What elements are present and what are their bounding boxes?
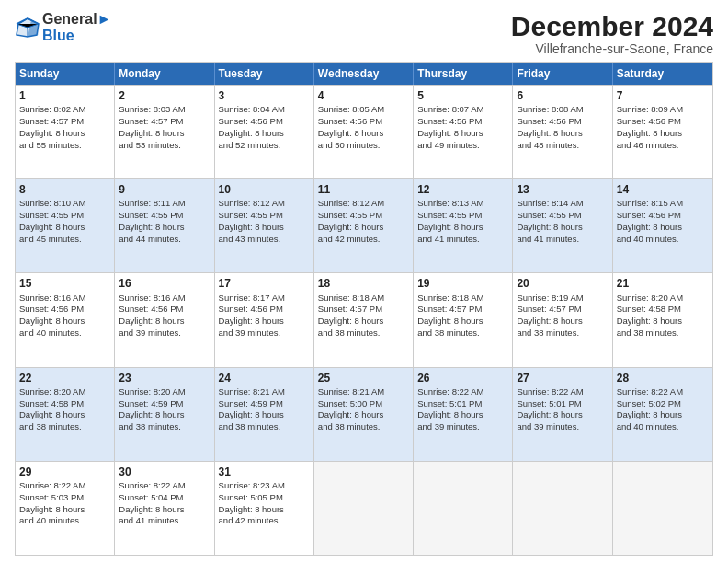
day-info-line: and 38 minutes. (119, 421, 210, 433)
day-info-line: Sunset: 4:57 PM (318, 304, 409, 316)
weekday-friday: Friday (513, 63, 612, 85)
weekday-wednesday: Wednesday (314, 63, 414, 85)
day-info-line: and 39 minutes. (417, 421, 508, 433)
day-info-line: Daylight: 8 hours (119, 128, 210, 140)
day-info-line: Sunrise: 8:12 AM (219, 198, 310, 210)
day-info-line: Daylight: 8 hours (19, 409, 110, 421)
calendar-cell: 17Sunrise: 8:17 AMSunset: 4:56 PMDayligh… (215, 273, 314, 366)
day-info-line: and 38 minutes. (517, 327, 608, 339)
day-info-line: Daylight: 8 hours (219, 128, 310, 140)
day-info-line: Sunset: 4:56 PM (19, 304, 110, 316)
day-info-line: Sunset: 4:56 PM (219, 116, 310, 128)
day-info-line: and 39 minutes. (119, 327, 210, 339)
day-info-line: and 38 minutes. (318, 327, 409, 339)
day-info-line: Daylight: 8 hours (617, 222, 709, 234)
day-info-line: Sunrise: 8:13 AM (417, 198, 508, 210)
day-info-line: and 38 minutes. (19, 421, 110, 433)
calendar-cell: 26Sunrise: 8:22 AMSunset: 5:01 PMDayligh… (414, 368, 513, 461)
calendar-row: 8Sunrise: 8:10 AMSunset: 4:55 PMDaylight… (16, 178, 712, 272)
day-info-line: Sunrise: 8:18 AM (318, 293, 409, 304)
calendar-cell: 21Sunrise: 8:20 AMSunset: 4:58 PMDayligh… (613, 273, 712, 366)
day-number: 13 (517, 182, 608, 197)
day-info-line: Sunset: 4:55 PM (517, 210, 608, 222)
day-info-line: Sunrise: 8:10 AM (19, 198, 110, 210)
day-info-line: and 48 minutes. (517, 140, 608, 152)
day-info-line: Sunrise: 8:22 AM (617, 386, 709, 398)
day-info-line: and 50 minutes. (318, 140, 409, 152)
day-info-line: Sunset: 4:56 PM (617, 210, 709, 222)
weekday-tuesday: Tuesday (215, 63, 314, 85)
day-info-line: and 40 minutes. (617, 421, 709, 433)
calendar-cell: 1Sunrise: 8:02 AMSunset: 4:57 PMDaylight… (16, 86, 115, 178)
day-info-line: Daylight: 8 hours (119, 222, 210, 234)
calendar-cell: 12Sunrise: 8:13 AMSunset: 4:55 PMDayligh… (414, 179, 513, 272)
calendar-cell: 20Sunrise: 8:19 AMSunset: 4:57 PMDayligh… (513, 273, 612, 366)
calendar-cell: 24Sunrise: 8:21 AMSunset: 4:59 PMDayligh… (215, 368, 314, 461)
day-info-line: Sunset: 4:56 PM (219, 304, 310, 316)
day-info-line: Sunrise: 8:07 AM (417, 104, 508, 116)
day-info-line: Sunrise: 8:14 AM (517, 198, 608, 210)
day-info-line: and 46 minutes. (617, 140, 709, 152)
day-info-line: and 38 minutes. (219, 421, 310, 433)
day-info-line: Sunset: 4:58 PM (19, 398, 110, 410)
day-info-line: and 55 minutes. (19, 140, 110, 152)
day-info-line: Sunset: 4:56 PM (417, 116, 508, 128)
calendar-row: 1Sunrise: 8:02 AMSunset: 4:57 PMDaylight… (16, 85, 712, 178)
day-info-line: Sunrise: 8:20 AM (617, 293, 709, 304)
title-block: December 2024 Villefranche-sur-Saone, Fr… (511, 11, 713, 56)
day-info-line: and 49 minutes. (417, 140, 508, 152)
day-number: 10 (219, 182, 310, 197)
day-info-line: Daylight: 8 hours (219, 504, 310, 516)
day-info-line: Sunset: 4:57 PM (119, 116, 210, 128)
day-number: 29 (19, 465, 110, 479)
weekday-monday: Monday (115, 63, 214, 85)
day-number: 16 (119, 276, 210, 291)
day-info-line: and 45 minutes. (19, 234, 110, 246)
logo-line1: General► (42, 11, 111, 28)
day-info-line: and 42 minutes. (318, 234, 409, 246)
calendar-cell: 13Sunrise: 8:14 AMSunset: 4:55 PMDayligh… (513, 179, 612, 272)
day-number: 5 (417, 88, 508, 103)
day-info-line: Sunset: 5:02 PM (617, 398, 709, 410)
day-info-line: and 53 minutes. (119, 140, 210, 152)
day-info-line: Daylight: 8 hours (119, 504, 210, 516)
day-info-line: Sunset: 4:56 PM (119, 304, 210, 316)
day-info-line: Daylight: 8 hours (119, 409, 210, 421)
day-info-line: and 39 minutes. (517, 421, 608, 433)
calendar-cell: 30Sunrise: 8:22 AMSunset: 5:04 PMDayligh… (115, 462, 214, 555)
calendar-cell: 5Sunrise: 8:07 AMSunset: 4:56 PMDaylight… (414, 86, 513, 178)
calendar-cell: 18Sunrise: 8:18 AMSunset: 4:57 PMDayligh… (314, 273, 414, 366)
calendar-cell (513, 462, 612, 555)
day-number: 27 (517, 371, 608, 385)
logo-line2: Blue (42, 28, 111, 44)
day-info-line: Sunrise: 8:11 AM (119, 198, 210, 210)
calendar-cell: 10Sunrise: 8:12 AMSunset: 4:55 PMDayligh… (215, 179, 314, 272)
day-number: 1 (19, 88, 110, 103)
day-info-line: Sunrise: 8:22 AM (517, 386, 608, 398)
day-info-line: Sunset: 4:55 PM (19, 210, 110, 222)
day-info-line: Daylight: 8 hours (517, 222, 608, 234)
calendar-cell: 4Sunrise: 8:05 AMSunset: 4:56 PMDaylight… (314, 86, 414, 178)
day-number: 24 (219, 371, 310, 385)
day-info-line: Daylight: 8 hours (19, 128, 110, 140)
calendar-cell: 15Sunrise: 8:16 AMSunset: 4:56 PMDayligh… (16, 273, 115, 366)
day-info-line: Sunrise: 8:22 AM (417, 386, 508, 398)
day-info-line: Sunset: 4:56 PM (318, 116, 409, 128)
day-info-line: Daylight: 8 hours (19, 316, 110, 327)
day-info-line: Sunrise: 8:04 AM (219, 104, 310, 116)
day-number: 30 (119, 465, 210, 479)
day-info-line: Daylight: 8 hours (517, 128, 608, 140)
day-number: 17 (219, 276, 310, 291)
calendar-cell: 8Sunrise: 8:10 AMSunset: 4:55 PMDaylight… (16, 179, 115, 272)
day-number: 12 (417, 182, 508, 197)
day-info-line: and 41 minutes. (417, 234, 508, 246)
day-info-line: Sunset: 4:55 PM (219, 210, 310, 222)
day-info-line: and 41 minutes. (517, 234, 608, 246)
day-info-line: Daylight: 8 hours (517, 316, 608, 327)
day-info-line: Sunset: 5:03 PM (19, 492, 110, 504)
day-info-line: Sunrise: 8:17 AM (219, 293, 310, 304)
calendar-cell: 7Sunrise: 8:09 AMSunset: 4:56 PMDaylight… (613, 86, 712, 178)
calendar: Sunday Monday Tuesday Wednesday Thursday… (15, 62, 713, 556)
weekday-thursday: Thursday (414, 63, 513, 85)
calendar-cell: 29Sunrise: 8:22 AMSunset: 5:03 PMDayligh… (16, 462, 115, 555)
